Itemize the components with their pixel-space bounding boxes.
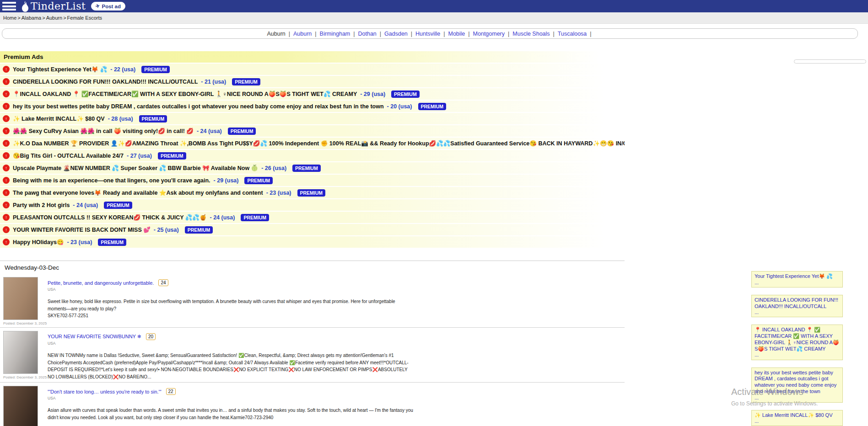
premium-ad-title[interactable]: Being with me is an experience—one that …: [13, 177, 210, 184]
bump-up-icon: ↑: [3, 115, 10, 122]
bump-up-icon: ↑: [3, 103, 10, 110]
premium-badge: PREMIUM: [241, 214, 269, 221]
city-link-muscle-shoals[interactable]: Muscle Shoals: [512, 31, 550, 37]
premium-ad-row[interactable]: ↑ The pawg that everyone loves🦊 Ready an…: [0, 187, 625, 198]
premium-ad-title[interactable]: ✨ Lake Merritt INCALL✨ $80 QV: [13, 115, 105, 122]
city-link-gadsden[interactable]: Gadsden: [384, 31, 408, 37]
premium-ad-row[interactable]: ↑ 🌺🌺 Sexy CuRvy Asian 🌺🌺 in call 🍑 visit…: [0, 125, 625, 137]
premium-ad-title[interactable]: Happy HOlidays😋: [13, 239, 64, 245]
sidebar-ad-link[interactable]: hey its your best wettes petite baby DRE…: [755, 370, 840, 395]
premium-badge: PREMIUM: [158, 152, 186, 160]
premium-ad-row[interactable]: ↑ Being with me is an experience—one tha…: [0, 175, 625, 186]
sidebar-ad-ellipsis: ...: [755, 418, 840, 424]
premium-ad-title[interactable]: CINDERELLA LOOKING FOR FUN!!! OAKLAND!!!…: [13, 79, 198, 85]
premium-ad-row[interactable]: ↑ hey its your best wettes petite baby D…: [0, 101, 625, 112]
premium-ad-title[interactable]: Party with 2 Hot girls: [13, 202, 70, 208]
premium-ad-row[interactable]: ↑ 😘Big Tits Girl - OUTCALL Available 24/…: [0, 150, 625, 161]
brand-logo[interactable]: TinderList: [21, 0, 86, 12]
bump-up-icon: ↑: [3, 91, 10, 97]
sidebar-ad-ellipsis: ...: [755, 395, 840, 400]
bump-up-icon: ↑: [3, 189, 10, 196]
city-separator: |: [353, 31, 355, 37]
menu-icon[interactable]: [2, 2, 16, 11]
breadcrumb-category[interactable]: Female Escorts: [67, 15, 102, 21]
premium-ad-title[interactable]: hey its your best wettes petite baby DRE…: [13, 103, 384, 110]
city-link-huntsville[interactable]: Huntsville: [415, 31, 440, 37]
premium-ad-meta: - 28 (usa): [108, 116, 133, 122]
premium-ad-title[interactable]: Your Tightest Experience Yet🦊 💦: [13, 66, 107, 73]
premium-ad-row[interactable]: ↑ CINDERELLA LOOKING FOR FUN!!! OAKLAND!…: [0, 76, 625, 87]
premium-badge: PREMIUM: [232, 78, 260, 85]
city-separator: |: [380, 31, 381, 37]
post-ad-label: Post ad: [102, 4, 121, 9]
sidebar-ad-link[interactable]: CINDERELLA LOOKING FOR FUN!!! OAKLAND!!!…: [755, 297, 840, 310]
premium-ad-meta: - 20 (usa): [387, 103, 412, 110]
city-link-auburn[interactable]: Auburn: [293, 31, 312, 37]
post-ad-button[interactable]: ✈ Post ad: [91, 2, 125, 11]
premium-ad-meta: - 23 (usa): [266, 190, 291, 196]
breadcrumb-home[interactable]: Home: [3, 15, 16, 21]
listing-title-link[interactable]: "'Don't stare too long… unless you're re…: [48, 389, 162, 394]
breadcrumb-separator: >: [42, 15, 45, 21]
premium-badge: PREMIUM: [418, 103, 447, 110]
premium-badge: PREMIUM: [228, 128, 256, 135]
premium-badge: PREMIUM: [139, 115, 167, 122]
premium-ad-row[interactable]: ↑ Party with 2 Hot girls - 24 (usa) PREM…: [0, 199, 625, 211]
age-badge: 22: [166, 388, 176, 395]
premium-ads-header: Premium Ads: [0, 51, 625, 63]
premium-ad-title[interactable]: PLEASANTON OUTCALLS !! SEXY KOREAN💋 THIC…: [13, 214, 207, 221]
premium-ad-row[interactable]: ↑ YOUR WINTER FAVORITE IS BACK DONT MISS…: [0, 224, 625, 235]
city-link-birmingham[interactable]: Birmingham: [320, 31, 350, 37]
breadcrumb-city[interactable]: Auburn: [46, 15, 62, 21]
sidebar-ad-link[interactable]: ✨ Lake Merritt INCALL✨ $80 QV: [755, 412, 840, 419]
sidebar-premium-box[interactable]: ✨ Lake Merritt INCALL✨ $80 QV ...: [751, 410, 843, 426]
breadcrumb-separator: >: [63, 15, 66, 21]
sidebar-premium-box[interactable]: hey its your best wettes petite baby DRE…: [751, 367, 843, 403]
sidebar-ad-link[interactable]: 📍 INCALL OAKLAND 📍 ✅ FACETIME/CAR ✅ WITH…: [755, 327, 840, 352]
listing-thumbnail[interactable]: [3, 331, 38, 374]
horizontal-scrollbar[interactable]: [794, 59, 866, 64]
bump-up-icon: ↑: [3, 66, 10, 73]
premium-ad-title[interactable]: 😘Big Tits Girl - OUTCALL Available 24/7: [13, 152, 124, 159]
premium-ad-row[interactable]: ↑ Happy HOlidays😋 - 23 (usa) PREMIUM: [0, 236, 625, 248]
city-link-mobile[interactable]: Mobile: [448, 31, 465, 37]
listing-title-link[interactable]: YOUR NEW FAVORITE SNOWBUNNY ❄: [48, 334, 141, 340]
premium-ad-title[interactable]: The pawg that everyone loves🦊 Ready and …: [13, 189, 263, 196]
city-separator: |: [508, 31, 509, 37]
premium-ad-row[interactable]: ↑ ✨ Lake Merritt INCALL✨ $80 QV - 28 (us…: [0, 113, 625, 124]
city-link-montgomery[interactable]: Montgomery: [473, 31, 505, 37]
premium-ad-meta: - 24 (usa): [210, 214, 235, 221]
premium-ad-row[interactable]: ↑ Upscale Playmate 🌋NEW NUMBER 💦 Super S…: [0, 162, 625, 174]
premium-ad-row[interactable]: ↑ ✨K.O Daa NUMBER 🏆 PROVIDER 👤✨💋AMAZING …: [0, 138, 625, 149]
premium-ad-title[interactable]: 📍INCALL OAKLAND 📍 ✅FACETIME/CAR✅ WITH A …: [13, 91, 357, 97]
city-link-dothan[interactable]: Dothan: [358, 31, 377, 37]
listing-country: USA: [48, 287, 419, 292]
listing-title-link[interactable]: Petite, brunette, and dangerously unforg…: [48, 280, 154, 286]
sidebar-ad-link[interactable]: Your Tightest Experience Yet🦊 💦: [755, 273, 840, 280]
listing-description: NEW IN TOWNMy name is Dallas !Seductive,…: [48, 352, 414, 380]
bump-up-icon: ↑: [3, 140, 10, 147]
listing-thumbnail[interactable]: [3, 277, 38, 320]
premium-ad-title[interactable]: ✨K.O Daa NUMBER 🏆 PROVIDER 👤✨💋AMAZING Th…: [13, 140, 625, 147]
premium-ad-title[interactable]: 🌺🌺 Sexy CuRvy Asian 🌺🌺 in call 🍑 visitin…: [13, 128, 194, 134]
listing-thumbnail[interactable]: [3, 386, 38, 426]
premium-ad-row[interactable]: ↑ 📍INCALL OAKLAND 📍 ✅FACETIME/CAR✅ WITH …: [0, 88, 625, 100]
breadcrumb-state[interactable]: Alabama: [22, 15, 41, 21]
premium-ad-meta: - 29 (usa): [214, 177, 239, 184]
listing-contact: SKYE702-577-2251: [48, 312, 419, 320]
premium-ad-meta: - 27 (usa): [127, 153, 152, 159]
premium-ad-row[interactable]: ↑ PLEASANTON OUTCALLS !! SEXY KOREAN💋 TH…: [0, 212, 625, 223]
sidebar-premium-box[interactable]: Your Tightest Experience Yet🦊 💦 ...: [751, 271, 843, 288]
premium-sidebar: Your Tightest Experience Yet🦊 💦 ... CIND…: [751, 271, 843, 426]
premium-ad-row[interactable]: ↑ Your Tightest Experience Yet🦊 💦 - 22 (…: [0, 64, 625, 75]
premium-ad-title[interactable]: Upscale Playmate 🌋NEW NUMBER 💦 Super Soa…: [13, 165, 258, 171]
city-link-auburn-current[interactable]: Auburn: [267, 31, 285, 37]
premium-ad-title[interactable]: YOUR WINTER FAVORITE IS BACK DONT MISS 💕: [13, 226, 151, 233]
sidebar-premium-box[interactable]: 📍 INCALL OAKLAND 📍 ✅ FACETIME/CAR ✅ WITH…: [751, 325, 843, 360]
sidebar-premium-box[interactable]: CINDERELLA LOOKING FOR FUN!!! OAKLAND!!!…: [751, 295, 843, 318]
city-link-tuscaloosa[interactable]: Tuscaloosa: [558, 31, 587, 37]
premium-ad-meta: - 24 (usa): [197, 128, 222, 134]
paper-plane-icon: ✈: [95, 3, 101, 10]
flame-icon: [21, 1, 30, 12]
listing-country: USA: [48, 341, 419, 346]
